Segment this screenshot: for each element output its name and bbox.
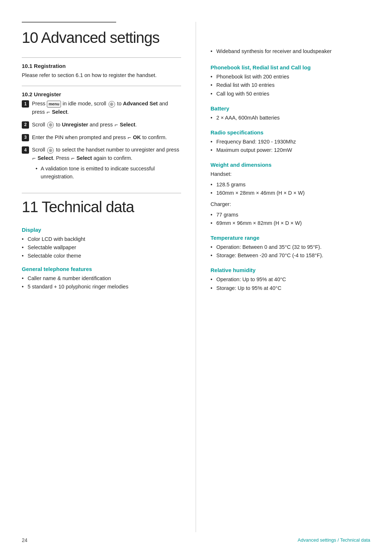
charger-list: 77 grams 69mm × 96mm × 82mm (H × D × W) [211, 211, 370, 227]
charger-item-2: 69mm × 96mm × 82mm (H × D × W) [211, 219, 370, 227]
right-column: Wideband synthesis for receiver and loud… [196, 22, 392, 532]
general-tel-item-2: 5 standard + 10 polyphonic ringer melodi… [22, 283, 181, 291]
display-heading: Display [22, 227, 181, 233]
humidity-item-2: Storage: Up to 95% at 40°C [211, 284, 370, 292]
step-4: 4 Scroll to select the handset number to… [22, 146, 181, 182]
charger-label: Charger: [211, 200, 370, 208]
step-1-content: Press menu in idle mode, scroll to Advan… [32, 100, 181, 117]
humidity-heading: Relative humidity [211, 267, 370, 273]
radio-list: Frequency Band: 1920 - 1930Mhz Maximum o… [211, 138, 370, 154]
step-3: 3 Enter the PIN when prompted and press … [22, 133, 181, 142]
ok-bold: OK [133, 134, 141, 140]
select-bold-2: Select [120, 122, 135, 128]
step-num-3: 3 [22, 134, 29, 141]
select-bold-4b: Select [77, 155, 92, 161]
select-sym-4b: ⌐ [71, 154, 74, 163]
step-3-content: Enter the PIN when prompted and press ⌐ … [32, 133, 181, 142]
step-num-1: 1 [22, 100, 29, 108]
select-sym-4a: ⌐ [32, 154, 36, 163]
section102-rule [22, 86, 181, 86]
humidity-item-1: Operation: Up to 95% at 40°C [211, 275, 370, 284]
advanced-set-bold: Advanced Set [123, 101, 158, 106]
radio-item-1: Frequency Band: 1920 - 1930Mhz [211, 138, 370, 146]
battery-item-1: 2 × AAA, 600mAh batteries [211, 114, 370, 122]
section101-body: Please refer to section 6.1 on how to re… [22, 71, 181, 79]
display-item-2: Selectable wallpaper [22, 243, 181, 252]
wideband-item: Wideband synthesis for receiver and loud… [211, 47, 370, 56]
step-2-content: Scroll to Unregister and press ⌐ Select. [32, 121, 181, 130]
step-1: 1 Press menu in idle mode, scroll to Adv… [22, 100, 181, 117]
page-footer: 24 Advanced settings / Technical data [0, 537, 392, 543]
weight-heading: Weight and dimensions [211, 162, 370, 168]
section101-rule [22, 57, 181, 58]
phonebook-item-3: Call log with 50 entries [211, 90, 370, 98]
phonebook-item-1: Phonebook list with 200 entries [211, 73, 370, 81]
chapter11-title: 11 Technical data [22, 198, 181, 216]
footer-section-label: Advanced settings / Technical data [298, 537, 370, 543]
display-item-1: Color LCD with backlight [22, 235, 181, 243]
step-2: 2 Scroll to Unregister and press ⌐ Selec… [22, 121, 181, 130]
subbullet-item: A validation tone is emitted to indicate… [36, 165, 181, 181]
display-item-3: Selectable color theme [22, 252, 181, 260]
step-num-2: 2 [22, 121, 29, 129]
select-sym-3: ⌐ [128, 133, 131, 142]
scroll-icon-2 [47, 122, 54, 128]
select-sym-2: ⌐ [115, 121, 118, 130]
scroll-icon-4 [47, 147, 54, 154]
temperature-item-1: Operation: Between 0 and 35°C (32 to 95°… [211, 243, 370, 251]
temperature-item-2: Storage: Between -20 and 70°C (-4 to 158… [211, 251, 370, 260]
step4-subbullet: A validation tone is emitted to indicate… [32, 165, 181, 181]
general-tel-heading: General telephone features [22, 266, 181, 272]
page-number: 24 [22, 537, 28, 543]
scroll-icon-1 [109, 101, 115, 108]
step-list: 1 Press menu in idle mode, scroll to Adv… [22, 100, 181, 182]
phonebook-list: Phonebook list with 200 entries Redial l… [211, 73, 370, 98]
humidity-list: Operation: Up to 95% at 40°C Storage: Up… [211, 275, 370, 292]
unregister-bold: Unregister [62, 122, 88, 128]
general-tel-item-1: Caller name & number identification [22, 274, 181, 283]
wideband-list: Wideband synthesis for receiver and loud… [211, 47, 370, 56]
section102-heading: 10.2 Unregister [22, 91, 181, 97]
chapter10-top-rule [22, 22, 116, 23]
charger-item-1: 77 grams [211, 211, 370, 219]
menu-key: menu [47, 101, 61, 108]
chapter11-rule [22, 193, 181, 193]
radio-heading: Radio specifications [211, 129, 370, 136]
step-num-4: 4 [22, 146, 29, 154]
battery-list: 2 × AAA, 600mAh batteries [211, 114, 370, 122]
display-list: Color LCD with backlight Selectable wall… [22, 235, 181, 260]
general-tel-list: Caller name & number identification 5 st… [22, 274, 181, 291]
phonebook-item-2: Redial list with 10 entries [211, 81, 370, 89]
chapter10-title: 10 Advanced settings [22, 29, 181, 46]
radio-item-2: Maximum output power: 120mW [211, 146, 370, 154]
select-sym-1: ⌐ [47, 108, 50, 117]
temperature-heading: Temperature range [211, 235, 370, 241]
battery-heading: Battery [211, 105, 370, 112]
temperature-list: Operation: Between 0 and 35°C (32 to 95°… [211, 243, 370, 260]
handset-item-2: 160mm × 28mm × 46mm (H × D × W) [211, 189, 370, 197]
left-column: 10 Advanced settings 10.1 Registration P… [0, 22, 196, 532]
handset-label: Handset: [211, 170, 370, 178]
section101-heading: 10.1 Registration [22, 63, 181, 69]
select-bold-1: Select [52, 109, 68, 115]
select-bold-4a: Select [37, 155, 53, 161]
handset-list: 128.5 grams 160mm × 28mm × 46mm (H × D ×… [211, 181, 370, 197]
step-4-content: Scroll to select the handset number to u… [32, 146, 181, 182]
phonebook-heading: Phonebook list, Redial list and Call log [211, 64, 370, 70]
handset-item-1: 128.5 grams [211, 181, 370, 189]
